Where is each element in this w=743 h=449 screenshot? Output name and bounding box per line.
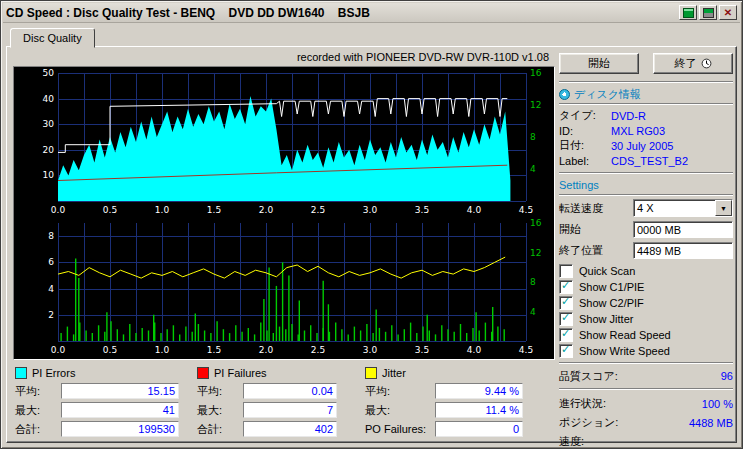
svg-text:1.5: 1.5 <box>207 345 221 355</box>
svg-text:0.5: 0.5 <box>103 205 117 215</box>
app-window: CD Speed : Disc Quality Test - BENQ DVD … <box>0 0 743 449</box>
progress-label: 進行状況: <box>559 396 606 411</box>
checkbox-row-show-jitter[interactable]: Show Jitter <box>559 311 733 326</box>
stat-label: 合計: <box>15 422 61 437</box>
svg-text:8: 8 <box>530 132 536 142</box>
stat-value: 0 <box>435 421 523 437</box>
disc-label-value: CDS_TEST_B2 <box>611 155 688 167</box>
start-position-input[interactable] <box>633 221 733 238</box>
svg-text:3.5: 3.5 <box>415 345 429 355</box>
svg-text:8: 8 <box>530 277 536 287</box>
tab-disc-quality[interactable]: Disc Quality <box>10 28 95 48</box>
stat-label: PO Failures: <box>365 423 435 435</box>
checkbox-label: Show Write Speed <box>579 345 670 357</box>
titlebar[interactable]: CD Speed : Disc Quality Test - BENQ DVD … <box>3 3 740 23</box>
svg-text:2.0: 2.0 <box>259 345 274 355</box>
chart-icon <box>683 8 694 18</box>
stat-label: 平均: <box>365 384 435 399</box>
svg-text:1.0: 1.0 <box>155 345 170 355</box>
disc-label-label: Label: <box>559 155 611 167</box>
checkbox-row-show-c2-pif[interactable]: Show C2/PIF <box>559 295 733 310</box>
settings-title: Settings <box>559 179 599 191</box>
svg-text:50: 50 <box>43 68 55 78</box>
svg-text:12: 12 <box>530 100 541 110</box>
svg-text:8: 8 <box>48 231 54 241</box>
svg-text:4.0: 4.0 <box>467 205 482 215</box>
stat-value: 199530 <box>61 421 179 437</box>
svg-text:0.5: 0.5 <box>103 345 117 355</box>
disk-icon <box>703 8 714 18</box>
stat-value: 7 <box>243 402 337 418</box>
svg-text:4.0: 4.0 <box>467 345 482 355</box>
svg-text:2.0: 2.0 <box>259 205 274 215</box>
position-label: ポジション: <box>559 415 618 430</box>
svg-text:20: 20 <box>43 145 55 155</box>
stat-label: 合計: <box>197 422 243 437</box>
stats-group-pi-errors: PI Errors 平均:15.15 最大:41 合計:199530 <box>15 365 197 437</box>
checkbox-label: Show Jitter <box>579 313 633 325</box>
close-button[interactable]: ✕ <box>719 5 737 20</box>
speed-select-value: 4 X <box>634 200 715 216</box>
end-position-label: 終了位置 <box>559 243 603 258</box>
pi-errors-chart: 0.00.51.01.52.02.53.03.54.04.51020304050… <box>14 67 554 217</box>
position-value: 4488 MB <box>689 417 733 429</box>
stats-group-jitter: Jitter 平均:9.44 % 最大:11.4 % PO Failures:0 <box>365 365 547 437</box>
chevron-down-icon[interactable]: ▼ <box>715 200 732 216</box>
svg-text:12: 12 <box>530 248 541 258</box>
stat-label: 最大: <box>15 403 61 418</box>
separator <box>559 172 733 174</box>
show-write-speed-checkbox[interactable] <box>559 344 573 358</box>
separator <box>559 194 733 196</box>
titlebar-chart-button[interactable] <box>679 5 697 20</box>
show-c2-pif-checkbox[interactable] <box>559 296 573 310</box>
checkbox-row-quick-scan[interactable]: Quick Scan <box>559 263 733 278</box>
show-read-speed-checkbox[interactable] <box>559 328 573 342</box>
pi-failures-jitter-chart: 0.00.51.01.52.02.53.03.54.04.52468481216 <box>14 217 554 357</box>
quick-scan-checkbox[interactable] <box>559 264 573 278</box>
speed-select[interactable]: 4 X ▼ <box>633 199 733 217</box>
checkbox-label: Show Read Speed <box>579 329 671 341</box>
tab-panel: recorded with PIONEER DVD-RW DVR-110D v1… <box>6 46 737 443</box>
stats-group-pi-failures: PI Failures 平均:0.04 最大:7 合計:402 <box>197 365 365 437</box>
stats-group-title: PI Errors <box>32 367 75 379</box>
disc-info-header: ディスク情報 <box>559 87 733 101</box>
recorded-with-label: recorded with PIONEER DVD-RW DVR-110D v1… <box>51 51 549 63</box>
exit-button[interactable]: 終了 <box>653 53 733 74</box>
separator <box>559 103 733 105</box>
svg-text:16: 16 <box>530 68 542 78</box>
show-c1-pie-checkbox[interactable] <box>559 280 573 294</box>
svg-text:16: 16 <box>530 218 542 228</box>
stat-value: 15.15 <box>61 383 179 399</box>
svg-text:4: 4 <box>48 284 54 294</box>
disc-date-label: 日付: <box>559 138 611 153</box>
side-panel: 開始 終了 ディスク情報 タイプ:DVD-R ID:MXL RG03 日付:30… <box>559 51 733 449</box>
start-button[interactable]: 開始 <box>559 53 639 74</box>
checkbox-label: Show C2/PIF <box>579 297 644 309</box>
svg-text:0.0: 0.0 <box>51 345 66 355</box>
clock-icon <box>701 58 712 69</box>
pi-failures-legend-swatch <box>197 367 209 379</box>
position-row: ポジション: 4488 MB <box>559 413 733 432</box>
checkbox-row-show-read-speed[interactable]: Show Read Speed <box>559 327 733 342</box>
disc-id-label: ID: <box>559 125 611 137</box>
speed-label: 速度: <box>559 434 584 449</box>
disc-info-title: ディスク情報 <box>574 87 641 102</box>
disc-icon <box>559 89 570 100</box>
quality-score-label: 品質スコア: <box>559 369 618 384</box>
disc-date-value: 30 July 2005 <box>611 140 673 152</box>
checkbox-row-show-c1-pie[interactable]: Show C1/PIE <box>559 279 733 294</box>
separator <box>559 81 733 83</box>
titlebar-save-button[interactable] <box>699 5 717 20</box>
checkbox-row-show-write-speed[interactable]: Show Write Speed <box>559 343 733 358</box>
svg-text:1.0: 1.0 <box>155 205 170 215</box>
end-position-input[interactable] <box>633 242 733 259</box>
speed-row: 速度: <box>559 432 733 449</box>
stat-value: 41 <box>61 402 179 418</box>
stat-value: 402 <box>243 421 337 437</box>
close-icon: ✕ <box>724 8 732 18</box>
stat-value: 0.04 <box>243 383 337 399</box>
svg-text:3.0: 3.0 <box>363 205 378 215</box>
pi-errors-legend-swatch <box>15 367 27 379</box>
svg-text:3.5: 3.5 <box>415 205 429 215</box>
show-jitter-checkbox[interactable] <box>559 312 573 326</box>
